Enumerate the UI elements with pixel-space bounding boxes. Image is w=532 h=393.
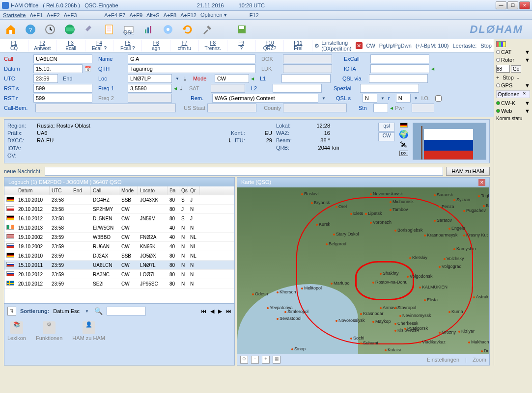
globe-small-icon[interactable]: 🌍 [399, 130, 409, 139]
cwk-row[interactable]: CW-K▼ [496, 100, 530, 106]
fkey-settings[interactable]: ⚙ Einstellung(DXpedition) [312, 40, 353, 52]
tools-icon[interactable] [199, 22, 215, 37]
satellite-small-icon[interactable]: 🛰 [400, 141, 407, 149]
loc-input[interactable] [128, 74, 172, 83]
globe-icon[interactable] [62, 22, 78, 37]
rem-input[interactable] [212, 94, 318, 103]
table-row[interactable]: 20.10.201223:59RA3NCCWLOØ7L80NN [4, 270, 234, 279]
fkey-f10[interactable]: F10QRZ? [256, 40, 284, 52]
dxcc-down-icon[interactable]: ⤓ [227, 137, 232, 144]
nav-first-icon[interactable]: ⏮ [201, 308, 206, 314]
ham-zu-ham-button[interactable]: HAM zu HAM [446, 167, 490, 176]
dx-icon[interactable]: DX [399, 151, 408, 156]
spezial-input[interactable] [360, 84, 419, 93]
qsl-button[interactable]: qsl [378, 123, 395, 131]
utc-input[interactable] [33, 74, 58, 83]
menu-f12[interactable]: F12 [250, 12, 259, 18]
table-row[interactable]: 16.10.201223:58DL5NENCWJN59M80SJ [4, 214, 234, 223]
loc-dropdown-icon[interactable]: ▼ [174, 77, 181, 81]
qsls-dropdown-icon[interactable]: ▼ [379, 96, 386, 101]
save-icon[interactable] [234, 22, 250, 37]
freq2-input[interactable] [128, 94, 172, 103]
iota-input[interactable] [370, 64, 429, 73]
opt-close-icon[interactable]: ✕ [523, 91, 529, 97]
qslvia-input[interactable] [369, 74, 428, 83]
call-input[interactable] [33, 54, 92, 63]
table-row[interactable]: 16.10.201023:58DG4HZSSBJO43XK80SJ [4, 195, 234, 205]
rem-dropdown-icon[interactable]: ▼ [320, 96, 327, 101]
notebook-icon[interactable] [101, 22, 117, 37]
fkey-f2[interactable]: F2Antwort [28, 40, 57, 52]
funktionen-button[interactable]: ⚙Funktionen [36, 321, 62, 341]
qsls-input[interactable] [363, 94, 377, 103]
minus-button[interactable]: - [517, 75, 519, 80]
lexikon-button[interactable]: 📚Lexikon [7, 321, 26, 341]
dok-input[interactable] [283, 54, 332, 63]
map-settings-link[interactable]: Einstellungen [427, 357, 459, 363]
l1-input[interactable] [281, 74, 331, 83]
stn-arrow-icon[interactable]: ◀ [390, 106, 393, 110]
map-layers-icon[interactable]: ▦ [273, 356, 280, 364]
table-row[interactable]: 19.10.200223:59RU6ANCWKN95K40NNL [4, 242, 234, 251]
cd-icon[interactable] [160, 22, 176, 37]
nav-last-icon[interactable]: ⏭ [226, 308, 231, 314]
table-row[interactable]: 19.10.201323:58EI/W5GNCW40NN [4, 223, 234, 233]
nav-prev-icon[interactable]: ◀ [210, 308, 214, 314]
nav-next-icon[interactable]: ▶ [218, 308, 222, 314]
zoom-in-icon[interactable]: + [262, 356, 270, 364]
map-close-icon[interactable]: ✕ [478, 179, 485, 186]
sort-toggle-icon[interactable]: ⇅ [7, 307, 16, 315]
freq1-arrow-icon[interactable]: ◀ [174, 86, 177, 91]
iota-arrow-icon[interactable]: ◀ [431, 67, 434, 71]
menu-alts[interactable]: Alt+S [146, 12, 160, 18]
callbem-input[interactable] [35, 104, 176, 112]
fkey-f9[interactable]: F9? [227, 40, 256, 52]
flag-de-icon[interactable] [400, 123, 408, 128]
name-input[interactable] [128, 54, 255, 63]
menu-af4f7[interactable]: A+F4-F7 [104, 12, 125, 18]
qsl-icon[interactable]: QSL [121, 22, 137, 37]
menu-af12[interactable]: A+F12 [180, 12, 196, 18]
zoom-reset-icon[interactable]: ⊙ [240, 356, 248, 364]
plus-button[interactable]: + [496, 75, 499, 80]
table-row[interactable]: 20.10.201223:58SP2HMYCW80JN [4, 205, 234, 214]
county-input[interactable] [283, 104, 347, 112]
menu-af9[interactable]: A+F9 [129, 12, 142, 18]
menu-af2[interactable]: A+F2 [47, 12, 60, 18]
rstr-input[interactable] [33, 94, 92, 103]
fkey-f1[interactable]: F1CQ [0, 40, 28, 52]
close-button[interactable]: ✕ [519, 1, 530, 9]
qslr-input[interactable] [396, 94, 411, 103]
fkey-f11[interactable]: F11Frei [284, 40, 312, 52]
freq1-down-icon[interactable]: ⤓ [179, 85, 183, 92]
mode-arrow-icon[interactable]: ◀ [251, 77, 254, 81]
map-zoom-link[interactable]: Zoom [473, 357, 486, 363]
calendar-icon[interactable]: 📅 [84, 66, 92, 72]
menu-startseite[interactable]: Startseite [3, 12, 26, 18]
satellite-icon[interactable] [82, 22, 97, 37]
cw-button[interactable]: CW [378, 132, 395, 141]
sat-input[interactable] [211, 84, 245, 93]
fkey-f6[interactable]: F6agn [142, 40, 170, 52]
color-grid-icon[interactable] [496, 41, 506, 47]
qth-input[interactable] [128, 64, 255, 73]
stop-button[interactable]: Stop [503, 75, 514, 80]
ldk-input[interactable] [283, 64, 332, 73]
komm-status[interactable]: Komm.statu [496, 116, 530, 121]
table-row[interactable]: 15.10.201123:59UA6LCNCWLNØ7L80NN [4, 261, 234, 270]
cat-row[interactable]: CAT▼ [496, 49, 530, 55]
minimize-button[interactable]: — [496, 1, 506, 9]
web-row[interactable]: Web▼ [496, 108, 530, 114]
close-icon[interactable]: ✕ [356, 42, 363, 49]
freq-spin-input[interactable] [496, 65, 510, 73]
loc-down-icon[interactable]: ⤓ [183, 76, 187, 82]
mode-input[interactable] [215, 74, 249, 83]
sidebar-optionen[interactable]: Optionen✕ [496, 90, 530, 98]
io-checkbox[interactable] [435, 95, 442, 102]
qslr-dropdown-icon[interactable]: ▼ [413, 96, 420, 101]
stn-input[interactable] [373, 104, 388, 112]
pwr-input[interactable] [412, 104, 434, 112]
menu-af3[interactable]: A+F3 [64, 12, 77, 18]
help-icon[interactable]: ? [23, 22, 38, 37]
sort-value[interactable]: Datum Esc [53, 308, 80, 314]
